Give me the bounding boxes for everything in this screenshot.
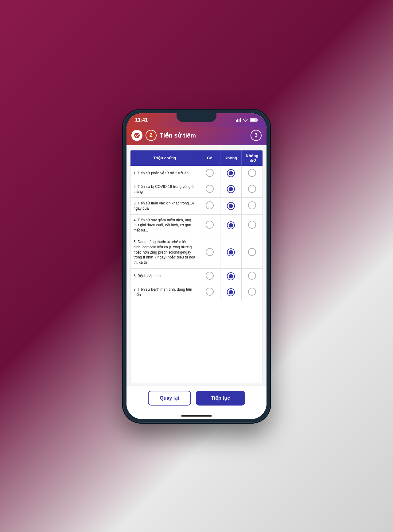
home-bar: [181, 415, 212, 417]
symptom-table-container: Triệu chứng Có Không Không nhớ 1. Tiền s…: [130, 150, 263, 383]
row-2-co[interactable]: [199, 181, 220, 198]
svg-point-4: [245, 121, 246, 122]
col-trieu-chung: Triệu chứng: [130, 150, 199, 166]
row-3-khong[interactable]: [220, 198, 241, 215]
signal-icon: [236, 118, 241, 122]
wifi-icon: [243, 118, 248, 122]
table-row: 5. Đang dùng thuốc ức chế miễn dịch, cor…: [130, 236, 263, 269]
step-3-circle: 3: [251, 130, 262, 141]
phone-notch: [177, 113, 216, 122]
col-co: Có: [199, 150, 220, 166]
row-6-khong-nho[interactable]: [241, 269, 263, 284]
row-2-khong-nho[interactable]: [241, 181, 263, 198]
phone-screen: 11:41: [126, 113, 267, 419]
row-3-khong-nho[interactable]: [241, 198, 263, 215]
table-row: 1. Tiền sử phản vệ từ độ 2 trở lên: [130, 166, 263, 181]
row-3-label: 3. Tiền sử tiêm vắc xin khác trong 14 ng…: [130, 198, 199, 215]
row-5-label: 5. Đang dùng thuốc ức chế miễn dịch, cor…: [130, 236, 199, 269]
table-row: 6. Bệnh cấp tính: [130, 269, 263, 284]
row-3-co[interactable]: [199, 198, 220, 215]
row-5-co[interactable]: [199, 236, 220, 269]
col-khong: Không: [220, 150, 241, 166]
nav-header: 2 Tiền sử tiêm 3: [126, 127, 267, 145]
table-row: 3. Tiền sử tiêm vắc xin khác trong 14 ng…: [130, 198, 263, 215]
nav-title: Tiền sử tiêm: [160, 132, 247, 139]
svg-rect-6: [257, 119, 258, 121]
svg-rect-3: [240, 118, 241, 122]
row-7-khong[interactable]: [220, 284, 241, 301]
row-7-label: 7. Tiền sử bệnh mạn tính, đang tiến triể…: [130, 284, 199, 301]
content-area: Triệu chứng Có Không Không nhớ 1. Tiền s…: [126, 145, 267, 386]
back-button[interactable]: Quay lại: [148, 391, 191, 406]
row-6-khong[interactable]: [220, 269, 241, 284]
check-icon: [134, 132, 140, 138]
next-button[interactable]: Tiếp tục: [196, 391, 245, 406]
row-1-co[interactable]: [199, 166, 220, 181]
col-khong-nho: Không nhớ: [241, 150, 263, 166]
battery-icon: [250, 118, 258, 122]
row-7-khong-nho[interactable]: [241, 284, 263, 301]
step-1-check: [131, 130, 142, 141]
phone-frame: 11:41: [123, 110, 270, 423]
row-4-khong[interactable]: [220, 214, 241, 236]
svg-rect-7: [251, 119, 256, 121]
status-time: 11:41: [135, 117, 148, 123]
row-1-khong-nho[interactable]: [241, 166, 263, 181]
row-6-label: 6. Bệnh cấp tính: [130, 269, 199, 284]
row-4-khong-nho[interactable]: [241, 214, 263, 236]
table-row: 4. Tiền sử suy giảm miễn dịch, ung thư g…: [130, 214, 263, 236]
row-2-khong[interactable]: [220, 181, 241, 198]
symptom-table: Triệu chứng Có Không Không nhớ 1. Tiền s…: [130, 150, 263, 301]
svg-rect-2: [239, 119, 239, 122]
row-6-co[interactable]: [199, 269, 220, 284]
row-1-label: 1. Tiền sử phản vệ từ độ 2 trở lên: [130, 166, 199, 181]
table-header-row: Triệu chứng Có Không Không nhớ: [130, 150, 263, 166]
step-2-number: 2: [146, 130, 157, 141]
row-7-co[interactable]: [199, 284, 220, 301]
row-2-label: 2. Tiền sử bị COVID-19 trong vòng 6 thán…: [130, 181, 199, 198]
row-4-co[interactable]: [199, 214, 220, 236]
row-1-khong[interactable]: [220, 166, 241, 181]
svg-rect-0: [236, 120, 237, 122]
row-4-label: 4. Tiền sử suy giảm miễn dịch, ung thư g…: [130, 214, 199, 236]
bottom-bar: Quay lại Tiếp tục: [126, 386, 267, 413]
home-indicator: [126, 413, 267, 419]
row-5-khong[interactable]: [220, 236, 241, 269]
table-row: 2. Tiền sử bị COVID-19 trong vòng 6 thán…: [130, 181, 263, 198]
status-icons: [236, 118, 258, 122]
svg-point-8: [134, 133, 140, 138]
table-row: 7. Tiền sử bệnh mạn tính, đang tiến triể…: [130, 284, 263, 301]
svg-rect-1: [237, 119, 238, 122]
row-5-khong-nho[interactable]: [241, 236, 263, 269]
